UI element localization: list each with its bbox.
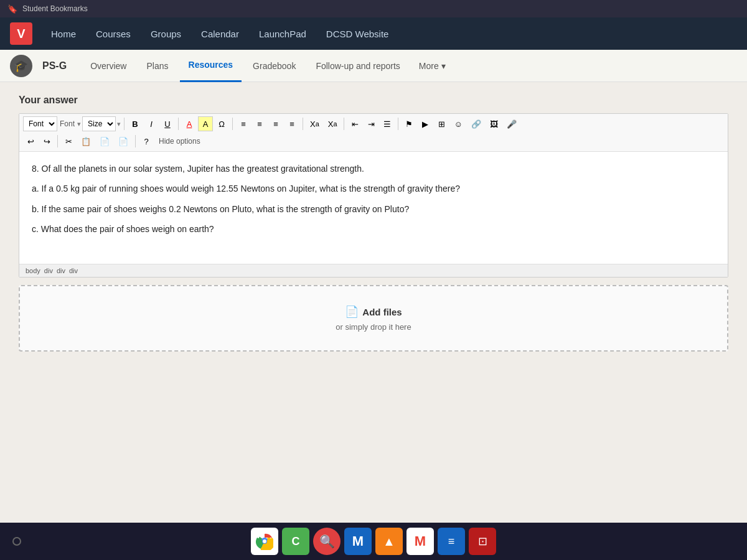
- nav-groups[interactable]: Groups: [142, 24, 190, 44]
- italic-button[interactable]: I: [144, 116, 159, 131]
- omega-button[interactable]: Ω: [214, 116, 229, 131]
- hide-options-button[interactable]: Hide options: [155, 136, 204, 147]
- taskbar-chrome-icon[interactable]: [251, 528, 278, 555]
- paste-button[interactable]: 📄: [96, 134, 113, 149]
- redo-button[interactable]: ↪: [39, 134, 54, 149]
- toolbar-separator-2: [178, 118, 179, 130]
- content-line4: c. What does the pair of shoes weigh on …: [32, 222, 715, 236]
- nav-home[interactable]: Home: [42, 24, 85, 44]
- taskbar-circle: [12, 537, 21, 546]
- breadcrumb-div1[interactable]: div: [44, 267, 53, 274]
- editor-container: Font Font ▾ Size ▾ B I U A A Ω ≡ ≡ ≡: [19, 113, 728, 278]
- subnav-more[interactable]: More ▾: [411, 57, 453, 75]
- nav-calendar[interactable]: Calendar: [192, 24, 248, 44]
- subnav-resources[interactable]: Resources: [180, 50, 242, 82]
- image-button[interactable]: 🖼: [486, 116, 502, 131]
- taskbar-drive-icon[interactable]: ▲: [375, 528, 403, 555]
- taskbar: C 🔍 M ▲ M ≡ ⊡: [0, 523, 747, 560]
- toolbar-separator-1: [124, 118, 125, 130]
- align-right-button[interactable]: ≡: [268, 116, 283, 131]
- nav-courses[interactable]: Courses: [87, 24, 139, 44]
- table-button[interactable]: ⊞: [434, 116, 449, 131]
- editor-content[interactable]: 8. Of all the planets in our solar syste…: [19, 152, 728, 264]
- content-area: Your answer Font Font ▾ Size ▾ B I U A A: [0, 82, 747, 523]
- paste-special-button[interactable]: 📄: [115, 134, 132, 149]
- content-line3: b. If the same pair of shoes weighs 0.2 …: [32, 202, 715, 216]
- taskbar-gmailv-icon[interactable]: M: [344, 528, 372, 555]
- editor-toolbar: Font Font ▾ Size ▾ B I U A A Ω ≡ ≡ ≡: [19, 114, 728, 152]
- content-line1: 8. Of all the planets in our solar syste…: [32, 162, 715, 175]
- align-center-button[interactable]: ≡: [252, 116, 267, 131]
- toolbar-row2: ↩ ↪ ✂ 📋 📄 📄 ? Hide options: [23, 133, 204, 149]
- taskbar-left: [12, 537, 21, 546]
- subscript-button[interactable]: Xa: [306, 116, 323, 131]
- toolbar-separator-5: [344, 118, 344, 130]
- cut-button[interactable]: ✂: [61, 134, 76, 149]
- font-color-button[interactable]: A: [182, 116, 197, 131]
- taskbar-screen-icon[interactable]: ⊡: [469, 528, 496, 555]
- file-upload-area[interactable]: 📄 Add files or simply drop it here: [19, 285, 728, 352]
- sub-nav: 🎓 PS-G Overview Plans Resources Gradeboo…: [0, 50, 747, 82]
- taskbar-docs-icon[interactable]: ≡: [438, 528, 465, 555]
- your-answer-label: Your answer: [19, 95, 728, 106]
- bookmark-label: Student Bookmarks: [22, 4, 88, 13]
- toolbar-row1: Font Font ▾ Size ▾ B I U A A Ω ≡ ≡ ≡: [23, 116, 724, 131]
- toolbar-separator-7: [57, 135, 58, 147]
- taskbar-files-icon[interactable]: C: [282, 528, 309, 555]
- toolbar-separator-4: [303, 118, 303, 130]
- subnav-overview[interactable]: Overview: [82, 50, 135, 82]
- font-select[interactable]: Font: [23, 116, 57, 131]
- emoji-button[interactable]: ☺: [450, 116, 466, 131]
- size-select[interactable]: Size: [82, 116, 116, 131]
- browser-bar: 🔖 Student Bookmarks: [0, 0, 747, 17]
- subnav-gradebook[interactable]: Gradebook: [244, 50, 304, 82]
- highlight-button[interactable]: A: [198, 116, 213, 131]
- list-button[interactable]: ☰: [380, 116, 395, 131]
- taskbar-search-icon[interactable]: 🔍: [313, 528, 341, 555]
- subnav-followup[interactable]: Follow-up and reports: [307, 50, 408, 82]
- undo-button[interactable]: ↩: [23, 134, 38, 149]
- course-title: PS-G: [42, 60, 67, 72]
- subnav-plans[interactable]: Plans: [138, 50, 177, 82]
- add-files-label: Add files: [362, 307, 402, 317]
- font-label: Font: [59, 119, 76, 128]
- align-left-button[interactable]: ≡: [236, 116, 251, 131]
- chevron-down-icon: ▾: [441, 61, 446, 71]
- indent-increase-button[interactable]: ⇥: [364, 116, 378, 131]
- mic-button[interactable]: 🎤: [503, 116, 520, 131]
- toolbar-separator-6: [398, 118, 398, 130]
- nav-launchpad[interactable]: LaunchPad: [250, 24, 315, 44]
- flag-button[interactable]: ⚑: [402, 116, 416, 131]
- course-icon: 🎓: [10, 55, 32, 77]
- dom-breadcrumb: body div div div: [19, 264, 728, 277]
- content-line2: a. If a 0.5 kg pair of running shoes wou…: [32, 182, 715, 195]
- toolbar-separator-8: [135, 135, 136, 147]
- taskbar-gmail-icon[interactable]: M: [406, 528, 434, 555]
- superscript-button[interactable]: Xa: [324, 116, 341, 131]
- breadcrumb-div3[interactable]: div: [69, 267, 78, 274]
- taskbar-icons: C 🔍 M ▲ M ≡ ⊡: [251, 528, 496, 555]
- drop-text: or simply drop it here: [336, 322, 411, 332]
- nav-dcsd[interactable]: DCSD Website: [317, 24, 398, 44]
- file-icon: 📄: [345, 305, 359, 319]
- canvas-logo: V: [10, 22, 32, 45]
- help-button[interactable]: ?: [139, 134, 154, 149]
- toolbar-separator-3: [232, 118, 233, 130]
- media-button[interactable]: ▶: [418, 116, 433, 131]
- breadcrumb-body[interactable]: body: [26, 267, 40, 274]
- underline-button[interactable]: U: [160, 116, 175, 131]
- bold-button[interactable]: B: [128, 116, 143, 131]
- breadcrumb-div2[interactable]: div: [57, 267, 65, 274]
- svg-point-3: [263, 539, 266, 543]
- add-files-button[interactable]: 📄 Add files: [345, 305, 402, 319]
- bookmark-icon: 🔖: [7, 4, 17, 14]
- indent-decrease-button[interactable]: ⇤: [347, 116, 362, 131]
- main-nav: V Home Courses Groups Calendar LaunchPad…: [0, 17, 747, 50]
- copy-button[interactable]: 📋: [77, 134, 95, 149]
- justify-button[interactable]: ≡: [284, 116, 299, 131]
- link-button[interactable]: 🔗: [467, 116, 485, 131]
